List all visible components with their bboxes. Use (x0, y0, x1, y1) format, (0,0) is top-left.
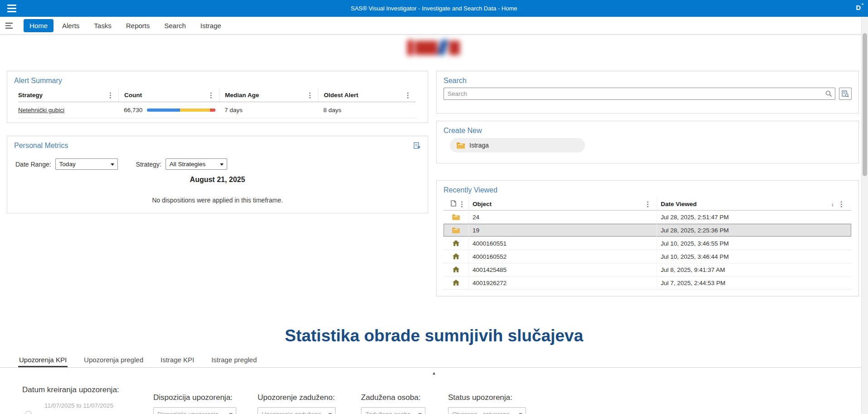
personal-metrics-controls: Date Range: Today Strategy: All Strategi… (15, 158, 227, 170)
recently-viewed-card: Recently Viewed ⋮ Object ⋮ Date Viewed ↓… (436, 180, 859, 296)
recently-viewed-row[interactable]: 24 Jul 28, 2025, 2:51:47 PM (444, 211, 851, 224)
home-icon (444, 266, 468, 273)
recently-viewed-row[interactable]: 4001926272 Jul 7, 2025, 2:44:53 PM (444, 276, 851, 290)
date-viewed-cell: Jul 28, 2025, 2:25:36 PM (657, 224, 851, 237)
user-avatar-badge[interactable]: D (856, 4, 861, 11)
search-input[interactable] (444, 88, 835, 100)
top-app-bar: SAS® Visual Investigator - Investigate a… (0, 0, 868, 17)
kebab-menu-icon[interactable]: ⋮ (458, 201, 466, 207)
recently-viewed-row[interactable]: 4000160551 Jul 10, 2025, 3:46:55 PM (444, 237, 851, 250)
create-new-card: Create New Istraga (436, 121, 859, 163)
alert-created-date-label: Datum kreiranja upozorenja: (22, 385, 119, 394)
alert-summary-table: Strategy⋮ Count⋮ Median Age⋮ Oldest Aler… (18, 89, 416, 118)
page: SAS® Visual Investigator - Investigate a… (0, 0, 868, 414)
recently-viewed-row[interactable]: 4000160552 Jul 10, 2025, 3:46:44 PM (444, 250, 851, 263)
object-cell: 4001926272 (468, 276, 657, 289)
alert-status-label: Status upozorenja: (448, 393, 512, 402)
open-report-icon[interactable] (413, 142, 420, 151)
home-icon (444, 253, 468, 260)
folder-icon (456, 142, 465, 149)
object-cell: 4001425485 (468, 263, 657, 276)
collapse-panel-caret-icon[interactable]: ▲ (0, 371, 868, 375)
kebab-menu-icon[interactable]: ⋮ (837, 201, 846, 207)
date-viewed-cell: Jul 10, 2025, 3:46:55 PM (657, 237, 851, 250)
object-cell: 4000160551 (468, 237, 657, 250)
alert-count-distribution-bar (147, 108, 215, 112)
alert-summary-title: Alert Summary (14, 77, 62, 85)
alert-summary-row: Netehnički gubici 66,730 7 days 8 days (18, 102, 416, 118)
date-range-select[interactable]: Today (55, 158, 118, 170)
alert-status-value: Otvoreno - zatvoreno (452, 411, 510, 414)
strategy-link[interactable]: Netehnički gubici (18, 107, 64, 113)
nav-tab-reports[interactable]: Reports (120, 19, 156, 32)
column-oldest-alert: Oldest Alert (324, 92, 358, 99)
recently-viewed-row-selected[interactable]: 19 Jul 28, 2025, 2:25:36 PM (444, 224, 851, 237)
search-options-icon (842, 90, 849, 98)
median-age-value: 7 days (219, 107, 318, 113)
recently-viewed-row[interactable]: 4001425485 Jul 8, 2025, 9:41:37 AM (444, 263, 851, 276)
date-viewed-cell: Jul 8, 2025, 9:41:37 AM (657, 263, 851, 276)
recently-viewed-table: ⋮ Object ⋮ Date Viewed ↓ ⋮ 24 Jul 28, 2 (444, 197, 851, 290)
presence-dot-icon (862, 3, 863, 5)
advanced-search-button[interactable] (839, 88, 852, 100)
search-card: Search (436, 71, 859, 113)
vertical-scrollbar[interactable] (861, 17, 868, 414)
date-range-value: Today (59, 161, 76, 168)
alert-status-select[interactable]: Otvoreno - zatvoreno (448, 407, 526, 414)
nav-tab-tasks[interactable]: Tasks (88, 19, 117, 32)
object-type-icon (451, 200, 456, 208)
no-dispositions-message: No dispositions were applied in this tim… (7, 197, 428, 204)
personal-metrics-title: Personal Metrics (14, 142, 68, 150)
kebab-menu-icon[interactable]: ⋮ (207, 92, 215, 99)
kebab-menu-icon[interactable]: ⋮ (106, 92, 115, 99)
assigned-person-select[interactable]: Zadužena osoba (361, 407, 425, 414)
personal-metrics-card: Personal Metrics Date Range: Today Strat… (7, 136, 428, 213)
kebab-menu-icon[interactable]: ⋮ (644, 201, 652, 207)
blurred-logo (406, 36, 462, 60)
assigned-person-label: Zadužena osoba: (361, 393, 420, 402)
alert-summary-header-row: Strategy⋮ Count⋮ Median Age⋮ Oldest Aler… (18, 89, 416, 102)
tab-upozorenja-kpi[interactable]: Upozorenja KPI (18, 356, 68, 367)
strategy-select[interactable]: All Strategies (166, 158, 227, 170)
folder-icon (444, 214, 468, 220)
date-range-radio[interactable] (25, 411, 32, 414)
nav-tab-search[interactable]: Search (158, 19, 192, 32)
kebab-menu-icon[interactable]: ⋮ (306, 92, 314, 99)
create-istraga-button[interactable]: Istraga (450, 138, 585, 153)
nav-tab-alerts[interactable]: Alerts (56, 19, 85, 32)
nav-tab-istrage[interactable]: Istrage (195, 19, 227, 32)
alert-summary-card: Alert Summary Strategy⋮ Count⋮ Median Ag… (7, 71, 428, 123)
scrollbar-thumb[interactable] (863, 33, 867, 176)
tab-istrage-kpi[interactable]: Istrage KPI (160, 356, 195, 367)
alert-count-value: 66,730 (124, 107, 142, 113)
alert-assigned-value: Upozorenje zaduženo (262, 411, 321, 414)
disposition-select[interactable]: Dispozicije upozorenja (153, 407, 236, 414)
column-count: Count (124, 92, 142, 99)
app-title: SAS® Visual Investigator - Investigate a… (0, 0, 868, 17)
statistics-heading: Statistika obrade sumnjivih slučajeva (0, 326, 868, 345)
folder-icon (444, 227, 468, 233)
strategy-value: All Strategies (170, 161, 206, 168)
column-median-age: Median Age (225, 92, 259, 99)
home-icon (444, 240, 468, 246)
user-initial: D (856, 4, 861, 11)
date-viewed-cell: Jul 10, 2025, 3:46:44 PM (657, 250, 851, 263)
kebab-menu-icon[interactable]: ⋮ (404, 92, 412, 99)
nav-tab-home[interactable]: Home (24, 19, 54, 32)
tab-upozorenja-pregled[interactable]: Upozorenja pregled (83, 356, 144, 367)
column-strategy: Strategy (18, 92, 43, 99)
alert-assigned-select[interactable]: Upozorenje zaduženo (258, 407, 336, 414)
menu-list-icon[interactable] (5, 22, 13, 31)
column-date-viewed: Date Viewed (661, 201, 697, 207)
disposition-label: Dispozicija upozorenja: (153, 393, 233, 402)
sort-descending-icon[interactable]: ↓ (831, 201, 834, 207)
home-icon (444, 280, 468, 286)
recently-viewed-title: Recently Viewed (444, 186, 497, 194)
tab-istrage-pregled[interactable]: Istrage pregled (210, 356, 258, 367)
strategy-label: Strategy: (136, 161, 161, 168)
create-new-title: Create New (444, 127, 482, 135)
disposition-value: Dispozicije upozorenja (157, 411, 219, 414)
recently-viewed-header-row: ⋮ Object ⋮ Date Viewed ↓ ⋮ (444, 197, 851, 211)
search-icon[interactable] (825, 90, 832, 99)
metrics-date-heading: August 21, 2025 (7, 176, 428, 184)
